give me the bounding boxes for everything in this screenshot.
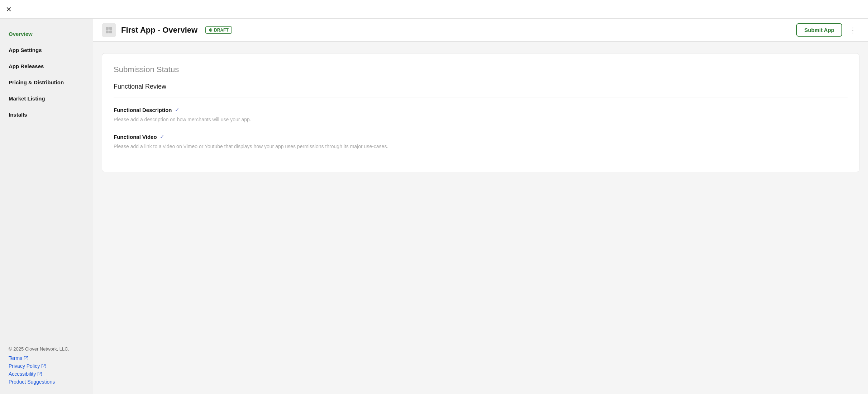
external-link-icon [24,356,28,361]
page-header: First App - Overview ⊕ DRAFT Submit App … [93,19,868,42]
app-icon [102,23,116,37]
draft-badge-icon: ⊕ [209,27,213,33]
page-header-right: Submit App ⋮ [796,23,859,37]
svg-rect-3 [109,31,112,33]
functional-description-item: Functional Description ✓ Please add a de… [114,107,848,123]
draft-badge: ⊕ DRAFT [205,26,232,34]
sidebar-item-installs[interactable]: Installs [0,107,93,123]
content-area: Submission Status Functional Review Func… [93,42,868,184]
external-link-icon [37,372,42,376]
external-link-icon [41,364,46,369]
submission-status-title: Submission Status [114,65,848,74]
product-suggestions-link[interactable]: Product Suggestions [9,379,84,385]
sidebar-item-pricing-distribution[interactable]: Pricing & Distribution [0,74,93,90]
sidebar-item-app-settings[interactable]: App Settings [0,42,93,58]
divider [114,98,848,98]
functional-description-header: Functional Description ✓ [114,107,848,113]
svg-rect-1 [109,27,112,30]
sidebar-item-app-releases[interactable]: App Releases [0,58,93,74]
privacy-policy-link[interactable]: Privacy Policy [9,363,84,369]
functional-description-text: Please add a description on how merchant… [114,116,848,123]
page-title: First App - Overview [121,25,197,35]
terms-link[interactable]: Terms [9,355,84,361]
draft-badge-label: DRAFT [214,28,229,33]
sidebar-item-overview[interactable]: Overview [0,26,93,42]
functional-video-item: Functional Video ✓ Please add a link to … [114,133,848,150]
functional-video-check-icon: ✓ [160,133,164,140]
svg-rect-2 [106,31,109,33]
main-content: First App - Overview ⊕ DRAFT Submit App … [93,19,868,394]
functional-review-heading: Functional Review [114,83,848,90]
functional-video-header: Functional Video ✓ [114,133,848,140]
sidebar: Overview App Settings App Releases Prici… [0,19,93,394]
close-icon[interactable]: ✕ [6,6,12,13]
functional-description-label: Functional Description [114,107,172,113]
functional-description-check-icon: ✓ [175,107,180,113]
top-bar: ✕ [0,0,868,19]
submission-card: Submission Status Functional Review Func… [102,53,859,172]
page-header-left: First App - Overview ⊕ DRAFT [102,23,232,37]
accessibility-link[interactable]: Accessibility [9,371,84,377]
functional-video-label: Functional Video [114,134,157,140]
functional-video-text: Please add a link to a video on Vimeo or… [114,143,848,150]
sidebar-nav: Overview App Settings App Releases Prici… [0,19,93,339]
more-options-icon[interactable]: ⋮ [846,24,859,36]
sidebar-footer: © 2025 Clover Network, LLC. Terms Privac… [0,339,93,394]
svg-rect-0 [106,27,109,30]
sidebar-item-market-listing[interactable]: Market Listing [0,90,93,107]
copyright-text: © 2025 Clover Network, LLC. [9,346,84,352]
submit-app-button[interactable]: Submit App [796,23,842,37]
